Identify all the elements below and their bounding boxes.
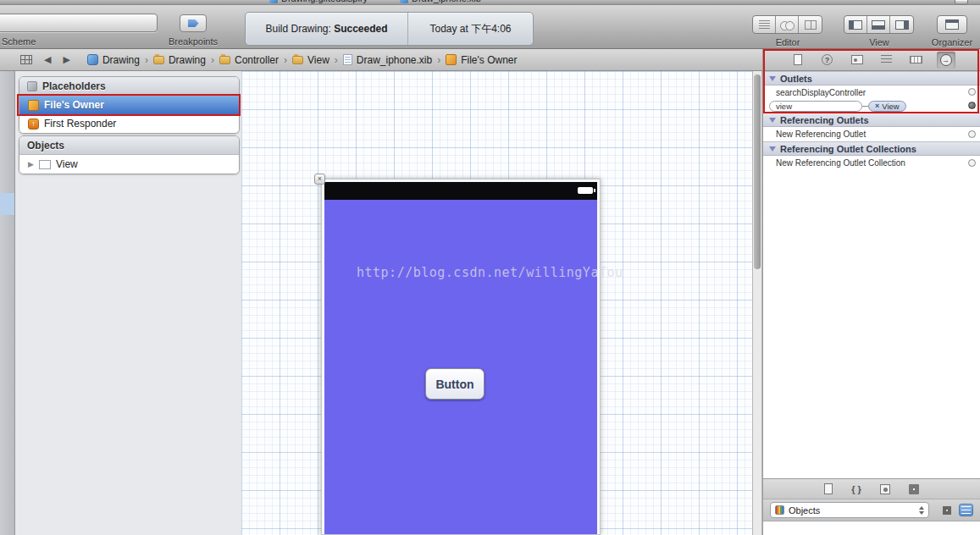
folder-icon <box>219 56 230 64</box>
outlet-target-capsule[interactable]: View <box>868 101 906 112</box>
tab-file-inspector[interactable] <box>789 52 807 69</box>
outlet-target-label: View <box>882 102 899 111</box>
connection-well[interactable] <box>968 159 976 167</box>
breadcrumb-item-group[interactable]: Controller <box>218 54 280 66</box>
library-footer: Objects <box>763 478 980 535</box>
breadcrumb-item-files-owner[interactable]: File's Owner <box>444 54 518 66</box>
version-editor-button[interactable] <box>799 16 822 33</box>
breadcrumb-label: Controller <box>235 54 279 66</box>
build-time: Today at 下午4:06 <box>408 22 533 36</box>
navigator-toggle-button[interactable] <box>844 16 867 33</box>
breakpoints-button[interactable] <box>180 14 207 32</box>
tab-connections-inspector[interactable] <box>937 52 955 69</box>
outlet-source-capsule[interactable]: view <box>769 101 862 112</box>
folder-icon <box>292 56 303 64</box>
assistant-editor-icon <box>780 20 795 30</box>
chevron-separator-icon <box>145 54 148 66</box>
view-row[interactable]: View <box>19 155 239 174</box>
organizer-button[interactable] <box>937 15 967 34</box>
referencing-outlets-header[interactable]: Referencing Outlets <box>763 113 980 127</box>
vertical-scrollbar <box>752 71 762 535</box>
tab-identity-inspector[interactable] <box>848 52 866 69</box>
toolbar: Scheme Breakpoints Build Drawing: Succee… <box>0 5 980 49</box>
breadcrumb-item-project[interactable]: Drawing <box>86 54 141 66</box>
design-canvas: Button http://blog.csdn.net/willingYaTou <box>241 71 752 535</box>
ib-dock: Placeholders File's Owner First Responde… <box>15 71 241 535</box>
outlets-header-label: Outlets <box>780 74 812 84</box>
version-editor-icon <box>805 20 817 30</box>
section-disclosure-icon <box>769 118 776 123</box>
back-button[interactable] <box>44 54 51 65</box>
jump-bar: Drawing Drawing Controller View Draw_iph… <box>0 49 762 71</box>
build-status: Build Drawing: Succeeded <box>246 23 407 35</box>
new-referencing-outlet-row: New Referencing Outlet <box>763 127 980 141</box>
code-snippet-library-icon[interactable] <box>851 484 861 494</box>
connection-well[interactable] <box>968 88 976 96</box>
window-tab[interactable]: Draw_iphone.xib <box>400 0 481 3</box>
files-owner-label: File's Owner <box>44 99 104 111</box>
breakpoints-label: Breakpoints <box>165 36 221 47</box>
gutter-selection <box>0 193 14 215</box>
connection-well[interactable] <box>968 130 976 138</box>
connection-well-connected[interactable] <box>968 102 976 109</box>
standard-editor-button[interactable] <box>753 16 776 33</box>
section-disclosure-icon <box>769 146 776 152</box>
referencing-collections-header[interactable]: Referencing Outlet Collections <box>763 141 980 156</box>
scrollbar-thumb[interactable] <box>754 74 761 269</box>
chevron-separator-icon <box>437 54 440 66</box>
chevron-separator-icon <box>335 54 338 66</box>
tab-overview-icon[interactable] <box>955 0 968 4</box>
standard-editor-icon <box>759 20 770 29</box>
library-palette-icon <box>775 505 784 515</box>
forward-button[interactable] <box>63 54 69 65</box>
connection-line <box>862 106 868 107</box>
object-library-icon[interactable] <box>909 484 919 494</box>
tab-size-inspector[interactable] <box>907 52 926 69</box>
window-tab[interactable]: Drawing.gifteddispiry <box>269 0 368 3</box>
breadcrumb-label: Draw_iphone.xib <box>357 54 432 66</box>
referencing-outlets-label: Referencing Outlets <box>780 115 869 125</box>
objects-group: Objects View <box>19 135 240 174</box>
scheme-selector[interactable] <box>0 14 158 32</box>
library-tab-bar <box>763 478 980 499</box>
iphone-window-chrome[interactable]: Button <box>321 179 601 535</box>
related-items-icon[interactable] <box>20 55 32 64</box>
disconnect-icon[interactable] <box>875 102 879 110</box>
library-dropdown[interactable]: Objects <box>770 502 929 518</box>
utilities-toggle-button[interactable] <box>890 16 913 33</box>
canvas-close-button[interactable] <box>314 174 325 185</box>
assistant-editor-button[interactable] <box>776 16 799 33</box>
tab-quick-help[interactable] <box>818 52 837 69</box>
library-content-area[interactable] <box>763 521 980 535</box>
files-owner-icon <box>446 54 457 65</box>
breadcrumb-label: Drawing <box>102 54 140 66</box>
outlets-section-header[interactable]: Outlets <box>763 71 980 85</box>
referencing-collections-label: Referencing Outlet Collections <box>780 144 916 154</box>
outlet-name: searchDisplayController <box>776 88 866 97</box>
files-owner-row[interactable]: File's Owner <box>19 96 239 114</box>
folder-icon <box>153 56 164 64</box>
iphone-status-bar <box>324 182 597 200</box>
placeholders-icon <box>27 81 37 91</box>
breadcrumb-item-group[interactable]: Drawing <box>152 54 208 66</box>
grid-view-toggle[interactable] <box>939 504 954 516</box>
list-view-toggle[interactable] <box>959 504 973 516</box>
breadcrumb-item-file[interactable]: Draw_iphone.xib <box>341 54 434 66</box>
iphone-view[interactable]: Button <box>324 200 597 534</box>
first-responder-row[interactable]: First Responder <box>19 114 239 133</box>
tab-attributes-inspector[interactable] <box>878 52 896 69</box>
media-library-icon[interactable] <box>880 484 890 494</box>
attributes-inspector-icon <box>881 55 892 64</box>
breadcrumb-label: View <box>307 54 329 66</box>
files-owner-icon <box>28 100 39 111</box>
file-template-library-icon[interactable] <box>824 483 833 494</box>
canvas-button[interactable]: Button <box>425 368 484 400</box>
breadcrumb-item-group[interactable]: View <box>291 54 331 66</box>
left-gutter <box>0 71 15 535</box>
debug-area-toggle-button[interactable] <box>867 16 890 33</box>
build-status-prefix: Build Drawing: <box>265 23 330 35</box>
disclosure-triangle-icon[interactable] <box>28 160 34 168</box>
objects-header: Objects <box>19 136 239 155</box>
watermark-text: http://blog.csdn.net/willingYaTou <box>357 265 623 280</box>
dropdown-arrows-icon <box>919 506 924 515</box>
